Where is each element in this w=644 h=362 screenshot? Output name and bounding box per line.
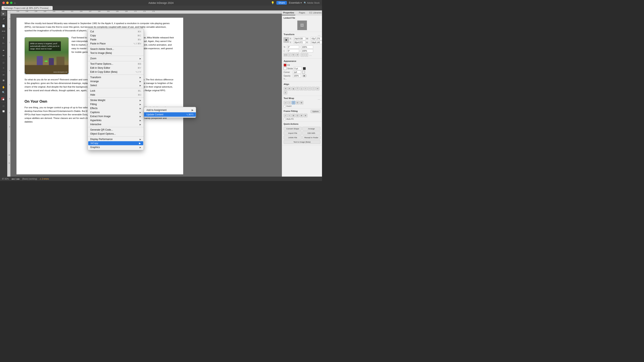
y-input[interactable] xyxy=(294,41,306,44)
import-file-btn[interactable]: Import File xyxy=(284,131,302,135)
cm-generate-qr[interactable]: Generate QR Code... xyxy=(88,128,144,132)
anchor-mc[interactable] xyxy=(286,39,287,41)
anchor-tr[interactable] xyxy=(287,37,289,39)
distribute-v-btn[interactable]: ⋮ xyxy=(312,87,315,90)
gap-tool[interactable]: ⟺ xyxy=(1,29,6,34)
anchor-bc[interactable] xyxy=(286,41,287,42)
cm-search-stock[interactable]: Search Adobe Stock... xyxy=(88,47,144,51)
cm-select[interactable]: Select ▶ xyxy=(88,83,144,88)
minimize-button[interactable] xyxy=(6,2,9,4)
gradient-tool[interactable]: ▦ xyxy=(1,78,6,82)
fill-frame-btn[interactable]: ⊞ xyxy=(292,114,295,117)
transform-more-btn[interactable]: … xyxy=(318,33,320,36)
arrange-btn[interactable]: Arrange xyxy=(302,127,320,130)
transform-more2-btn[interactable]: … xyxy=(309,54,312,56)
image-frame[interactable]: ➡ While an enemy is targeted, you'll aut… xyxy=(24,37,69,74)
center-content-btn[interactable]: ⊕ xyxy=(300,114,303,117)
cm-transform[interactable]: Transform ▶ xyxy=(88,75,144,79)
edit-with-btn[interactable]: Edit With xyxy=(302,131,320,135)
zoom-level[interactable]: 87.82% xyxy=(2,178,9,180)
corner-value-input[interactable] xyxy=(293,70,301,74)
invert-checkbox[interactable] xyxy=(284,105,286,107)
canvas-area[interactable]: 133 136 139 142 145 148 151 154 157 160 … xyxy=(7,10,282,176)
fit-frame-to-content-btn[interactable]: ⤡ xyxy=(288,114,291,117)
auto-fit-checkbox[interactable] xyxy=(284,118,286,120)
reveal-in-finder-btn[interactable]: Reveal in Finder xyxy=(302,136,320,140)
anchor-tc[interactable] xyxy=(286,37,287,39)
unlink-file-btn[interactable]: Unlink File xyxy=(284,136,302,140)
essentials-dropdown[interactable]: Essentials ▾ xyxy=(289,2,302,4)
h-input[interactable] xyxy=(311,41,322,44)
cm-interactive[interactable]: Interactive ▶ xyxy=(88,122,144,126)
distribute-h2-btn[interactable]: ⇔ xyxy=(316,87,320,90)
flip-h2-btn[interactable]: ↔ xyxy=(300,53,304,57)
rotate-input[interactable] xyxy=(287,46,299,48)
text-to-image-beta-btn[interactable]: Text to Image (Beta) xyxy=(284,140,320,144)
skew-input[interactable] xyxy=(287,49,299,52)
flip-h-btn[interactable]: ⟷ xyxy=(284,53,287,57)
share-button[interactable]: Share xyxy=(276,1,287,4)
anchor-tl[interactable] xyxy=(284,37,285,39)
fit-content-proportionally-btn[interactable]: ⊡ xyxy=(296,114,299,117)
cm-zoom[interactable]: Zoom ▶ xyxy=(88,56,144,60)
tab-properties[interactable]: Properties xyxy=(282,10,295,15)
cm-incopy[interactable]: InCopy ▶ xyxy=(88,141,143,145)
cm-edit-copy-editor[interactable]: Edit in Copy Editor (Beta) ⌥⇧Y xyxy=(88,70,144,74)
cm-text-to-image[interactable]: Text to Image (Beta) xyxy=(88,51,144,55)
cm-cut[interactable]: Cut ⌘X xyxy=(88,30,144,34)
type-on-path-tool[interactable]: T~ xyxy=(1,41,6,46)
cm-text-frame-options[interactable]: Text Frame Options... ⌘B xyxy=(88,62,144,66)
align-center-h-btn[interactable]: ⫸ xyxy=(288,87,291,90)
distribute-h-btn[interactable]: ⋯ xyxy=(308,87,311,90)
align-left-btn[interactable]: ⫷ xyxy=(284,87,287,90)
cm-lock[interactable]: Lock ⌘L xyxy=(88,89,144,93)
opacity-arrow-btn[interactable]: ▶ xyxy=(302,74,306,77)
x-input[interactable] xyxy=(294,37,306,40)
cm-effects[interactable]: Effects ▶ xyxy=(88,106,144,110)
zoom-tool[interactable]: 🔍 xyxy=(1,90,6,95)
fullscreen-button[interactable] xyxy=(10,2,12,4)
flip-v-btn[interactable]: ↕ xyxy=(288,53,291,57)
page-tool[interactable]: 📄 xyxy=(1,24,6,28)
cm-paste[interactable]: Paste ⌘V xyxy=(88,38,144,42)
scissors-tool[interactable]: ✂ xyxy=(1,72,6,77)
jump-to-next-col-btn[interactable]: ⊠ xyxy=(300,101,303,104)
no-wrap-btn[interactable]: ▱ xyxy=(284,101,287,104)
stock-search[interactable]: 🔍 Adobe Stock xyxy=(304,2,320,4)
text-wrap-more-btn[interactable]: … xyxy=(318,97,320,100)
document-tab[interactable]: *InDesign Project.indd @ 88% [GPU Previe… xyxy=(2,6,53,10)
cm-extract-from-image[interactable]: Extract from Image ▶ xyxy=(88,114,144,118)
pen-tool[interactable]: ✒ xyxy=(1,48,6,53)
frame-fitting-options-btn[interactable]: Options xyxy=(310,110,320,113)
cm-captions[interactable]: Captions ▶ xyxy=(88,110,144,114)
fit-content-to-frame-btn[interactable]: ⤢ xyxy=(284,114,287,117)
align-top-btn[interactable]: ⊤ xyxy=(296,87,299,90)
opacity-value-input[interactable] xyxy=(293,74,301,77)
contour-wrap-btn[interactable]: ⬡ xyxy=(292,101,295,104)
rotate-ccw-btn[interactable]: ↺ xyxy=(296,53,299,57)
close-button[interactable] xyxy=(2,2,5,4)
align-right-btn[interactable]: ⫹ xyxy=(292,87,295,90)
cm-paste-in-place[interactable]: Paste in Place ⌥⇧⌘V xyxy=(88,42,144,46)
tab-close-icon[interactable]: × xyxy=(50,7,50,9)
cm-hide[interactable]: Hide ⌘3 xyxy=(88,93,144,97)
align-center-v-btn[interactable]: ⊥ xyxy=(300,87,303,90)
page-nav[interactable]: ◀◀ 1 ▶▶ xyxy=(11,178,20,180)
sub-cm-add-to-assignment[interactable]: Add to Assignment ▶ xyxy=(144,108,196,112)
tab-pages[interactable]: Pages xyxy=(295,10,308,15)
anchor-mr[interactable] xyxy=(287,39,289,41)
error-count[interactable]: ⚠ 2 errors xyxy=(40,178,49,180)
jump-wrap-btn[interactable]: ⊟ xyxy=(296,101,299,104)
distribute-v2-btn[interactable]: ⇕ xyxy=(284,91,287,94)
sub-cm-update-content[interactable]: Update Content ⌥⌘F5 xyxy=(144,112,196,117)
pencil-tool[interactable]: ✏ xyxy=(1,53,6,58)
cm-copy[interactable]: Copy ⌘C xyxy=(88,34,144,38)
flip-v2-btn[interactable]: ↕ xyxy=(304,53,308,57)
fill-stroke-indicator[interactable] xyxy=(1,97,6,102)
convert-shape-btn[interactable]: Convert Shape xyxy=(284,127,302,130)
fit-frame-to-content2-btn[interactable]: ⊗ xyxy=(304,114,307,117)
anchor-br[interactable] xyxy=(287,41,289,42)
scale-input[interactable] xyxy=(301,46,313,48)
rotate-cw-btn[interactable]: ↻ xyxy=(292,53,295,57)
select-tool[interactable]: ▶ xyxy=(1,11,6,16)
